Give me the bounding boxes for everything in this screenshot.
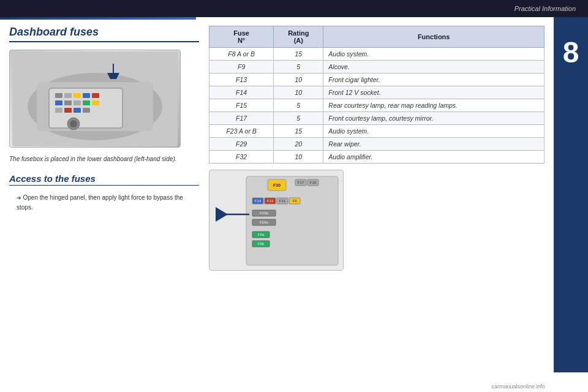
svg-text:F29b: F29b: [260, 211, 268, 215]
svg-text:F28a: F28a: [260, 221, 268, 224]
svg-rect-11: [74, 100, 81, 105]
col-header-functions: Functions: [323, 26, 545, 48]
svg-rect-4: [55, 93, 62, 98]
fuse-rating: 5: [274, 99, 323, 112]
fuse-number: F9: [209, 61, 274, 74]
fuse-number: F15: [209, 99, 274, 112]
svg-text:F6a: F6a: [258, 233, 265, 236]
fuse-function: Rear wiper.: [323, 138, 545, 151]
access-list: Open the hinged panel, then apply light …: [9, 193, 199, 213]
fuse-function: Audio system.: [323, 125, 545, 138]
fuse-function: Front 12 V socket.: [323, 86, 545, 99]
fuse-rating: 15: [274, 125, 323, 138]
fuse-number: F13: [209, 74, 274, 86]
svg-text:F16: F16: [310, 181, 317, 184]
svg-rect-12: [83, 100, 90, 105]
fuse-function: Audio system.: [323, 48, 545, 61]
access-title: Access to the fuses: [9, 173, 199, 186]
fuse-number: F29: [209, 138, 274, 151]
svg-rect-14: [55, 108, 62, 113]
svg-rect-17: [83, 108, 90, 113]
fuse-function: Front cigar lighter.: [323, 74, 545, 86]
section-title: Dashboard fuses: [9, 26, 199, 42]
right-column: FuseN° Rating(A) Functions F8 A or B 15 …: [209, 26, 545, 386]
access-step-1: Open the hinged panel, then apply light …: [17, 193, 199, 213]
svg-text:F8: F8: [292, 199, 297, 203]
table-row: F15 5 Rear courtesy lamp, rear map readi…: [209, 99, 545, 112]
svg-text:F14: F14: [255, 199, 262, 203]
section-badge: 8: [554, 17, 588, 372]
page-title: Practical Information: [514, 5, 576, 12]
svg-text:F6b: F6b: [258, 242, 265, 246]
fuse-table: FuseN° Rating(A) Functions F8 A or B 15 …: [209, 26, 545, 164]
fuse-number: F32: [209, 151, 274, 164]
left-column: Dashboard fuses: [9, 26, 199, 386]
fuse-number: F14: [209, 86, 274, 99]
fuse-function: Audio amplifier.: [323, 151, 545, 164]
table-row: F23 A or B 15 Audio system.: [209, 125, 545, 138]
svg-text:F13: F13: [267, 199, 274, 203]
table-row: F14 10 Front 12 V socket.: [209, 86, 545, 99]
col-header-rating: Rating(A): [274, 26, 323, 48]
fuse-rating: 10: [274, 86, 323, 99]
fuse-number: F8 A or B: [209, 48, 274, 61]
col-header-fuse: FuseN°: [209, 26, 274, 48]
svg-rect-13: [92, 100, 99, 105]
svg-rect-16: [74, 108, 81, 113]
table-row: F9 5 Alcove.: [209, 61, 545, 74]
fuse-rating: 10: [274, 74, 323, 86]
fuse-diagram-svg: F30 F17 F16 F14 F13 F11 F8 F29b F28a: [209, 170, 344, 271]
fuse-function: Rear courtesy lamp, rear map reading lam…: [323, 99, 545, 112]
watermark: carmanualsonline.info: [491, 383, 545, 390]
svg-rect-5: [64, 93, 72, 98]
table-row: F8 A or B 15 Audio system.: [209, 48, 545, 61]
svg-text:F30: F30: [273, 183, 281, 187]
top-bar: Practical Information: [0, 0, 588, 17]
fuse-number: F23 A or B: [209, 125, 274, 138]
dashboard-image: [9, 50, 181, 148]
table-row: F32 10 Audio amplifier.: [209, 151, 545, 164]
table-row: F17 5 Front courtesy lamp, courtesy mirr…: [209, 112, 545, 125]
svg-rect-6: [74, 93, 81, 98]
main-content: Dashboard fuses: [0, 20, 554, 392]
fuse-function: Alcove.: [323, 61, 545, 74]
svg-rect-15: [64, 108, 72, 113]
svg-rect-10: [64, 100, 72, 105]
dashboard-svg: [12, 51, 178, 146]
svg-text:F17: F17: [298, 181, 304, 184]
svg-point-21: [70, 120, 77, 127]
image-caption: The fusebox is placed in the lower dashb…: [9, 155, 199, 164]
svg-rect-7: [83, 93, 90, 98]
fuse-function: Front courtesy lamp, courtesy mirror.: [323, 112, 545, 125]
fuse-rating: 10: [274, 151, 323, 164]
section-number: 8: [563, 36, 579, 69]
fuse-number: F17: [209, 112, 274, 125]
svg-rect-9: [55, 100, 62, 105]
fuse-rating: 5: [274, 61, 323, 74]
svg-rect-8: [92, 93, 99, 98]
table-row: F13 10 Front cigar lighter.: [209, 74, 545, 86]
fuse-rating: 15: [274, 48, 323, 61]
svg-text:F11: F11: [279, 199, 286, 203]
fuse-diagram: F30 F17 F16 F14 F13 F11 F8 F29b F28a: [209, 170, 344, 271]
fuse-rating: 20: [274, 138, 323, 151]
fuse-rating: 5: [274, 112, 323, 125]
table-row: F29 20 Rear wiper.: [209, 138, 545, 151]
